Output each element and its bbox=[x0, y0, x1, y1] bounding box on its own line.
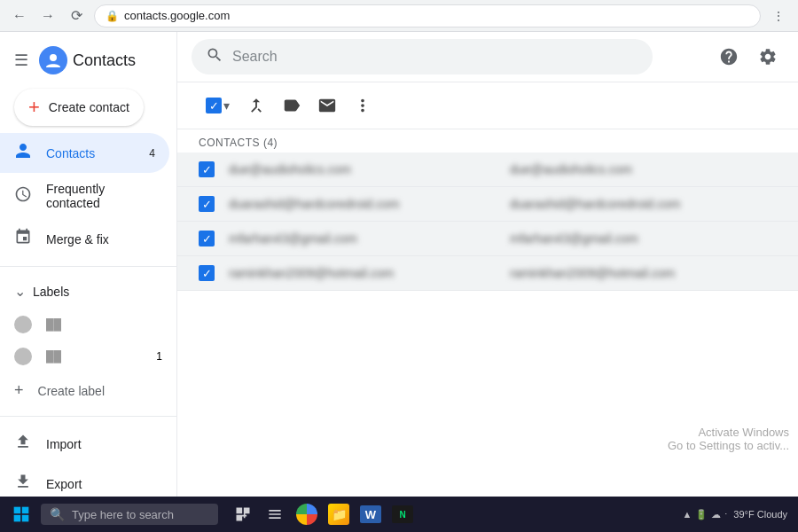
sidebar-item-frequently-contacted[interactable]: Frequently contacted bbox=[0, 173, 169, 219]
label-item-2[interactable]: ██ 1 bbox=[0, 340, 176, 372]
weather-text: 39°F Cloudy bbox=[733, 509, 787, 520]
create-label-button[interactable]: + Create label bbox=[0, 372, 176, 409]
contact-row[interactable]: ✓ duarashid@hardcoredroid.com duarashid@… bbox=[177, 187, 798, 222]
contact-email-primary-4: raminkhan2009@hotmail.com bbox=[229, 266, 496, 280]
search-placeholder: Search bbox=[232, 49, 278, 65]
more-actions-button[interactable] bbox=[347, 90, 379, 121]
refresh-button[interactable]: ⟳ bbox=[66, 5, 87, 27]
taskbar-search-bar[interactable]: 🔍 Type here to search bbox=[41, 504, 218, 525]
divider-1 bbox=[0, 266, 176, 267]
export-icon bbox=[14, 473, 32, 495]
contact-email-secondary-1: due@audioholics.com bbox=[510, 162, 777, 176]
divider-2 bbox=[0, 416, 176, 417]
create-contact-label: Create contact bbox=[49, 100, 129, 114]
contact-checkbox-3[interactable]: ✓ bbox=[199, 231, 215, 246]
forward-button[interactable]: → bbox=[37, 5, 59, 27]
label-dot-2 bbox=[14, 348, 32, 365]
taskbar-app-widgets[interactable] bbox=[261, 500, 289, 528]
merge-contacts-button[interactable] bbox=[240, 90, 272, 121]
help-button[interactable] bbox=[713, 41, 745, 73]
start-button[interactable] bbox=[5, 498, 37, 530]
contact-email-secondary-3: mfarhan43@gmail.com bbox=[510, 231, 777, 246]
sidebar-item-import[interactable]: Import bbox=[0, 424, 169, 464]
search-icon bbox=[206, 46, 223, 68]
contacts-count: CONTACTS (4) bbox=[199, 137, 777, 149]
merge-fix-label: Merge & fix bbox=[46, 232, 109, 246]
svg-point-0 bbox=[50, 54, 57, 61]
taskbar: 🔍 Type here to search 📁 W N bbox=[0, 497, 798, 532]
hamburger-icon[interactable]: ☰ bbox=[14, 51, 28, 70]
taskbar-right: ▲ 🔋 ☁ ⋅ 39°F Cloudy bbox=[682, 509, 793, 520]
select-dropdown-icon: ▾ bbox=[223, 98, 230, 113]
contact-email-secondary-4: raminkhan2009@hotmail.com bbox=[510, 266, 777, 280]
label-badge-2: 1 bbox=[156, 350, 162, 363]
labels-chevron-icon: ⌄ bbox=[14, 283, 26, 300]
url-text: contacts.google.com bbox=[124, 9, 230, 22]
svg-rect-4 bbox=[22, 515, 29, 522]
app-logo-circle bbox=[39, 46, 67, 74]
taskbar-app-google-chrome[interactable] bbox=[293, 500, 321, 528]
settings-button[interactable] bbox=[752, 41, 784, 73]
svg-rect-1 bbox=[14, 507, 21, 514]
contacts-badge: 4 bbox=[149, 147, 155, 160]
sidebar-nav: Contacts 4 Frequently contacted Merge & bbox=[0, 133, 176, 259]
label-name-1: ██ bbox=[46, 318, 61, 331]
search-bar[interactable]: Search bbox=[192, 39, 653, 74]
contact-row[interactable]: ✓ mfarhan43@gmail.com mfarhan43@gmail.co… bbox=[177, 222, 798, 256]
contact-email-secondary-2: duarashid@hardcoredroid.com bbox=[510, 197, 777, 211]
label-contacts-button[interactable] bbox=[276, 90, 308, 121]
plus-icon: + bbox=[28, 98, 40, 117]
label-dot-1 bbox=[14, 316, 32, 333]
top-bar-right bbox=[713, 41, 784, 73]
top-bar: Search bbox=[177, 32, 798, 82]
app-name: Contacts bbox=[73, 51, 136, 70]
export-label: Export bbox=[46, 477, 82, 491]
contacts-toolbar: ✓ ▾ bbox=[177, 82, 798, 129]
contact-checkbox-4[interactable]: ✓ bbox=[199, 265, 215, 281]
browser-bar: ← → ⟳ 🔒 contacts.google.com ⋮ bbox=[0, 0, 798, 32]
merge-icon bbox=[14, 228, 32, 250]
select-all-checkbox: ✓ bbox=[206, 98, 222, 113]
sidebar-item-merge-fix[interactable]: Merge & fix bbox=[0, 219, 169, 259]
sidebar-header: ☰ Contacts bbox=[0, 39, 176, 82]
contact-checkbox-2[interactable]: ✓ bbox=[199, 196, 215, 212]
labels-section-title: Labels bbox=[33, 285, 69, 299]
frequently-contacted-icon bbox=[14, 185, 32, 207]
windows-logo-icon bbox=[12, 505, 30, 523]
activate-line2: Go to Settings to activ... bbox=[668, 439, 789, 452]
label-item-1[interactable]: ██ bbox=[0, 309, 176, 340]
email-contacts-button[interactable] bbox=[311, 90, 343, 121]
back-button[interactable]: ← bbox=[9, 5, 30, 27]
address-bar[interactable]: 🔒 contacts.google.com bbox=[94, 4, 761, 27]
sidebar-item-export[interactable]: Export bbox=[0, 464, 169, 497]
contact-row[interactable]: ✓ raminkhan2009@hotmail.com raminkhan200… bbox=[177, 256, 798, 291]
svg-rect-2 bbox=[22, 507, 29, 514]
taskbar-app-taskview[interactable] bbox=[229, 500, 257, 528]
contacts-icon bbox=[14, 142, 32, 164]
contact-email-primary-3: mfarhan43@gmail.com bbox=[229, 231, 496, 246]
labels-section-header[interactable]: ⌄ Labels bbox=[0, 274, 176, 309]
contacts-label: Contacts bbox=[46, 146, 95, 160]
system-tray-icons: ▲ 🔋 ☁ ⋅ bbox=[682, 509, 728, 520]
taskbar-app-explorer[interactable]: 📁 bbox=[325, 500, 353, 528]
contact-email-primary-1: due@audioholics.com bbox=[229, 162, 496, 176]
contacts-section: CONTACTS (4) bbox=[177, 129, 798, 149]
import-icon bbox=[14, 433, 32, 455]
sidebar: ☰ Contacts + Create contact bbox=[0, 32, 177, 497]
browser-menu-icon[interactable]: ⋮ bbox=[768, 5, 789, 27]
label-name-2: ██ bbox=[46, 350, 61, 363]
select-all-button[interactable]: ✓ ▾ bbox=[199, 92, 237, 119]
activate-windows-watermark: Activate Windows Go to Settings to activ… bbox=[668, 426, 789, 452]
taskbar-search-icon: 🔍 bbox=[50, 507, 65, 521]
taskbar-app-noir[interactable]: N bbox=[388, 500, 417, 528]
create-contact-button[interactable]: + Create contact bbox=[14, 89, 144, 126]
contact-row[interactable]: ✓ due@audioholics.com due@audioholics.co… bbox=[177, 153, 798, 187]
contact-checkbox-1[interactable]: ✓ bbox=[199, 161, 215, 177]
lock-icon: 🔒 bbox=[106, 10, 119, 22]
plus-small-icon: + bbox=[14, 381, 24, 400]
import-label: Import bbox=[46, 437, 82, 451]
contact-email-primary-2: duarashid@hardcoredroid.com bbox=[229, 197, 496, 211]
frequently-contacted-label: Frequently contacted bbox=[46, 182, 155, 210]
sidebar-item-contacts[interactable]: Contacts 4 bbox=[0, 133, 169, 173]
taskbar-app-word[interactable]: W bbox=[356, 500, 385, 528]
